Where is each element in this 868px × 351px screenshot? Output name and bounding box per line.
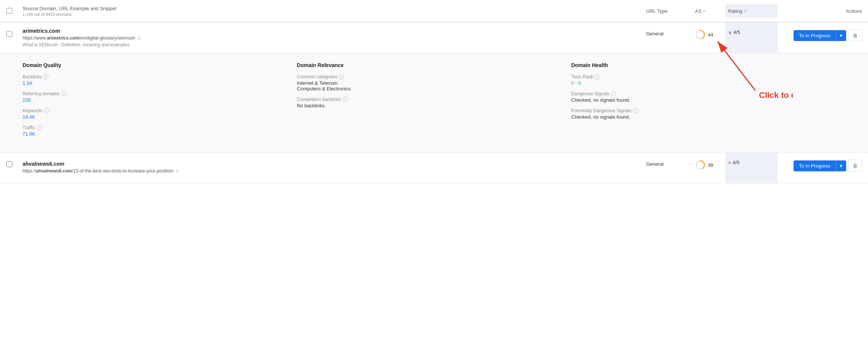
common-categories-label: Common categories i (297, 74, 556, 79)
row-checkbox-col (0, 23, 19, 37)
competitors-backlinks-value: No backlinks. (297, 103, 556, 108)
dangerous-signals-info-icon[interactable]: i (611, 91, 616, 96)
row-actions-col: To In Progress ▾ 🗑 (778, 23, 868, 41)
domain-url: https://ahvalnews6.com/15-of-the-best-se… (23, 168, 642, 174)
external-link-icon[interactable]: ⬡ (176, 169, 179, 173)
table-wrapper: Source Domain, URL Example and Snippet 1… (0, 0, 868, 183)
backlinks-value[interactable]: 1.1K (23, 80, 282, 86)
header-urltype-col: URL Type (646, 8, 695, 14)
action-btn-group: To In Progress ▾ (794, 30, 846, 41)
rating-chevron-icon[interactable]: > (728, 160, 731, 166)
expanded-details: Domain Quality Backlinks i 1.1K Referrin… (0, 53, 868, 153)
row-actions-col: To In Progress ▾ 🗑 (778, 153, 868, 172)
rating-chevron-icon[interactable]: ∨ (728, 29, 732, 35)
as-score-value: 44 (708, 32, 713, 38)
domain-quality-section: Domain Quality Backlinks i 1.1K Referrin… (23, 62, 297, 142)
external-link-icon[interactable]: ⬡ (138, 36, 141, 40)
domain-health-section: Domain Health Toxic Rank i 0 - 6 Dangero… (571, 62, 845, 142)
select-all-checkbox[interactable] (6, 8, 12, 14)
table-header: Source Domain, URL Example and Snippet 1… (0, 0, 868, 23)
keywords-label: Keywords i (23, 108, 282, 113)
dangerous-signals-label: Dangerous Signals i (571, 91, 830, 96)
header-actions-col: Actions (778, 8, 868, 14)
row-rating-col: ∨ 4/5 (725, 23, 778, 53)
backlinks-item: Backlinks i 1.1K (23, 74, 282, 86)
row-as-col: 38 (695, 153, 725, 170)
common-categories-info-icon[interactable]: i (339, 74, 344, 79)
domain-health-title: Domain Health (571, 62, 830, 68)
common-categories-item: Common categories i Internet & TelecomCo… (297, 74, 556, 92)
row-source-col: arimetrics.com https://www.arimetrics.co… (19, 23, 646, 53)
to-in-progress-button[interactable]: To In Progress (794, 30, 836, 41)
table-row: ahvalnews6.com https://ahvalnews6.com/15… (0, 153, 868, 183)
row-rating-col: > 4/5 (725, 153, 778, 183)
rating-value: 4/5 (733, 29, 740, 35)
as-score-value: 38 (708, 162, 713, 168)
competitors-backlinks-info-icon[interactable]: i (343, 97, 348, 102)
dangerous-signals-value: Checked, no signals found. (571, 97, 830, 103)
toxic-rank-item: Toxic Rank i 0 - 6 (571, 74, 830, 86)
toxic-rank-label: Toxic Rank i (571, 74, 830, 79)
competitors-backlinks-item: Competitors backlinks i No backlinks. (297, 97, 556, 108)
data-row-main: ahvalnews6.com https://ahvalnews6.com/15… (0, 153, 868, 183)
traffic-label: Traffic i (23, 125, 282, 130)
data-row-main: arimetrics.com https://www.arimetrics.co… (0, 23, 868, 53)
keywords-info-icon[interactable]: i (44, 108, 49, 113)
domain-relevance-section: Domain Relevance Common categories i Int… (297, 62, 571, 142)
header-source-col: Source Domain, URL Example and Snippet 1… (19, 6, 646, 17)
domain-name: ahvalnews6.com (23, 161, 642, 167)
potentially-dangerous-item: Potentially Dangerous Signals i Checked,… (571, 108, 830, 120)
domain-quality-title: Domain Quality (23, 62, 282, 68)
referring-domains-info-icon[interactable]: i (61, 91, 66, 96)
trash-icon: 🗑 (853, 163, 858, 169)
to-in-progress-dropdown-button[interactable]: ▾ (836, 30, 846, 41)
action-btn-group: To In Progress ▾ (794, 160, 846, 171)
competitors-backlinks-label: Competitors backlinks i (297, 97, 556, 102)
to-in-progress-dropdown-button[interactable]: ▾ (836, 160, 846, 171)
traffic-value[interactable]: 71.9K (23, 131, 282, 137)
backlinks-info-icon[interactable]: i (43, 74, 49, 79)
rating-value: 4/5 (733, 160, 739, 165)
dangerous-signals-item: Dangerous Signals i Checked, no signals … (571, 91, 830, 103)
to-in-progress-button[interactable]: To In Progress (794, 160, 836, 171)
row-as-col: 44 (695, 23, 725, 40)
row-checkbox-col (0, 153, 19, 167)
delete-button[interactable]: 🗑 (848, 160, 862, 172)
keywords-item: Keywords i 18.4K (23, 108, 282, 120)
table-row: arimetrics.com https://www.arimetrics.co… (0, 23, 868, 153)
row-urltype-col: General (646, 153, 695, 167)
toxic-rank-value: 0 - 6 (571, 80, 830, 86)
header-source-count: 1-100 out of 8413 domains (23, 12, 646, 17)
as-filter-icon[interactable]: ≡ (703, 9, 705, 13)
potentially-dangerous-label: Potentially Dangerous Signals i (571, 108, 830, 113)
row-source-col: ahvalnews6.com https://ahvalnews6.com/15… (19, 156, 646, 180)
rating-filter-icon[interactable]: ≡ (744, 9, 746, 13)
row-urltype-col: General (646, 23, 695, 37)
backlinks-label: Backlinks i (23, 74, 282, 79)
traffic-item: Traffic i 71.9K (23, 125, 282, 137)
domain-url: https://www.arimetrics.com/en/digital-gl… (23, 35, 642, 41)
header-rating-col: Rating ≡ (725, 4, 778, 18)
referring-domains-label: Referring domains i (23, 91, 282, 96)
common-categories-value: Internet & TelecomComputers & Electronic… (297, 80, 556, 92)
referring-domains-value[interactable]: 226 (23, 97, 282, 103)
header-source-title: Source Domain, URL Example and Snippet (23, 6, 646, 11)
row-checkbox[interactable] (6, 161, 12, 167)
as-score-circle (695, 160, 706, 170)
header-as-col: AS ≡ (695, 8, 725, 14)
traffic-info-icon[interactable]: i (36, 125, 42, 130)
potentially-dangerous-value: Checked, no signals found. (571, 114, 830, 120)
trash-icon: 🗑 (853, 32, 858, 38)
referring-domains-item: Referring domains i 226 (23, 91, 282, 103)
domain-snippet: What is SEMrush - Definition, meaning an… (23, 42, 642, 47)
keywords-value[interactable]: 18.4K (23, 114, 282, 120)
potentially-dangerous-info-icon[interactable]: i (633, 108, 638, 113)
row-checkbox[interactable] (6, 31, 12, 37)
domain-name: arimetrics.com (23, 28, 642, 34)
as-score-circle (695, 29, 706, 40)
toxic-rank-info-icon[interactable]: i (595, 74, 600, 79)
domain-relevance-title: Domain Relevance (297, 62, 556, 68)
delete-button[interactable]: 🗑 (848, 29, 862, 41)
header-checkbox-col (0, 8, 19, 14)
